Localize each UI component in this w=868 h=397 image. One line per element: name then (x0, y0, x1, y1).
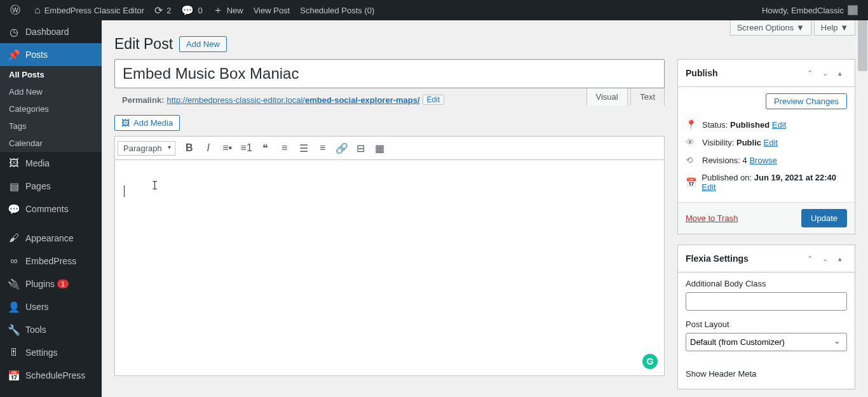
align-right-button[interactable]: ≡ (314, 139, 332, 157)
sidebar-item-schedulepress[interactable]: 📅SchedulePress (0, 364, 102, 387)
page-heading: Edit Post Add New (114, 20, 855, 59)
sidebar-item-users[interactable]: 👤Users (0, 295, 102, 318)
status-edit-link[interactable]: Edit (772, 120, 786, 130)
more-button[interactable]: ⊟ (352, 139, 370, 157)
permalink-link[interactable]: http://embedpress-classic-editor.local/e… (166, 95, 419, 105)
sidebar-item-embedpress[interactable]: ∞EmbedPress (0, 250, 102, 273)
sidebar-item-comments[interactable]: 💬Comments (0, 198, 102, 220)
sidebar-sub-tags[interactable]: Tags (0, 118, 102, 135)
post-layout-select[interactable]: Default (from Customizer) (686, 333, 847, 351)
site-link[interactable]: ⌂EmbedPress Classic Editor (29, 0, 149, 20)
admin-sidebar: ◷Dashboard 📌Posts All Posts Add New Cate… (0, 20, 102, 397)
italic-button[interactable]: I (200, 139, 217, 157)
comments-count: 0 (198, 6, 202, 15)
add-new-button[interactable]: Add New (179, 36, 227, 52)
sidebar-item-dashboard[interactable]: ◷Dashboard (0, 20, 102, 43)
revisions-icon: ⟲ (686, 155, 697, 165)
toolbar-toggle-button[interactable]: ▦ (371, 139, 389, 157)
text-tab[interactable]: Text (630, 88, 665, 105)
published-row: 📅 Published on: Jun 19, 2021 at 22:40 Ed… (686, 169, 847, 196)
scrollbar-thumb[interactable] (858, 20, 867, 71)
move-up-icon[interactable]: ⌃ (803, 252, 817, 266)
calendar-icon: 📅 (8, 369, 20, 382)
align-center-button[interactable]: ☰ (295, 139, 313, 157)
permalink-edit-button[interactable]: Edit (423, 95, 445, 105)
status-row: 📍 Status: Published Edit (686, 116, 847, 133)
sidebar-item-plugins[interactable]: 🔌Plugins1 (0, 273, 102, 295)
move-down-icon[interactable]: ⌄ (818, 252, 832, 266)
publish-title: Publish (686, 68, 718, 78)
body-class-input[interactable] (686, 292, 847, 311)
number-list-button[interactable]: ≡1 (238, 139, 255, 157)
sidebar-item-posts[interactable]: 📌Posts (0, 43, 102, 66)
howdy-link[interactable]: Howdy, EmbedClassic (757, 0, 863, 20)
sidebar-item-label: Users (25, 302, 49, 312)
add-media-button[interactable]: 🖾Add Media (114, 115, 180, 131)
pin-icon: 📌 (8, 48, 20, 61)
wordpress-icon: ⓦ (10, 4, 20, 17)
sidebar-item-pages[interactable]: ▤Pages (0, 175, 102, 198)
sidebar-item-media[interactable]: 🖾Media (0, 152, 102, 175)
scheduled-posts-link[interactable]: Scheduled Posts (0) (295, 0, 379, 20)
quote-button[interactable]: ❝ (257, 139, 275, 157)
sidebar-item-label: Dashboard (25, 27, 69, 37)
revisions-browse-link[interactable]: Browse (749, 156, 776, 165)
eye-icon: 👁 (686, 137, 697, 147)
sidebar-item-label: Settings (25, 347, 58, 358)
dashboard-icon: ◷ (8, 25, 20, 38)
move-to-trash-link[interactable]: Move to Trash (686, 213, 738, 223)
bold-button[interactable]: B (180, 139, 198, 157)
move-up-icon[interactable]: ⌃ (803, 66, 817, 80)
sidebar-item-appearance[interactable]: 🖌Appearance (0, 227, 102, 250)
scrollbar[interactable] (857, 20, 868, 397)
format-select[interactable]: Paragraph (118, 141, 175, 156)
page-icon: ▤ (8, 180, 20, 192)
home-icon: ⌂ (34, 4, 41, 16)
link-button[interactable]: 🔗 (333, 139, 351, 157)
sidebar-item-label: SchedulePress (25, 370, 85, 380)
updates-link[interactable]: ⟳2 (149, 0, 176, 20)
visibility-edit-link[interactable]: Edit (764, 138, 778, 147)
user-icon: 👤 (8, 300, 20, 313)
visual-tab[interactable]: Visual (587, 88, 628, 105)
preview-button[interactable]: Preview Changes (766, 93, 847, 109)
text-caret (124, 185, 125, 197)
update-button[interactable]: Update (801, 209, 847, 227)
sidebar-sub-all-posts[interactable]: All Posts (0, 66, 102, 83)
published-edit-link[interactable]: Edit (702, 182, 715, 192)
embedpress-icon: ∞ (8, 255, 20, 267)
wp-logo[interactable]: ⓦ (5, 0, 29, 20)
publish-metabox: Publish ⌃ ⌄ ▴ Preview Changes 📍 Status: … (677, 59, 855, 234)
sidebar-item-tools[interactable]: 🔧Tools (0, 318, 102, 341)
sidebar-item-label: Posts (25, 50, 48, 60)
editor-toolbar: Paragraph B I ≡• ≡1 ❝ ≡ ☰ ≡ 🔗 ⊟ ▦ (114, 136, 665, 160)
sidebar-sub-add-new[interactable]: Add New (0, 83, 102, 100)
comment-icon: 💬 (181, 4, 194, 17)
comments-link[interactable]: 💬0 (176, 0, 207, 20)
bullet-list-button[interactable]: ≡• (219, 139, 236, 157)
editor-tabs: Visual Text (587, 91, 665, 102)
post-title-input[interactable] (114, 59, 665, 88)
sidebar-item-label: EmbedPress (25, 256, 76, 266)
new-content[interactable]: ＋New (208, 0, 248, 20)
sidebar-sub-calendar[interactable]: Calendar (0, 135, 102, 152)
revisions-row: ⟲ Revisions: 4 Browse (686, 151, 847, 169)
media-icon: 🖾 (121, 118, 130, 128)
view-post-link[interactable]: View Post (248, 0, 295, 20)
collapse-icon[interactable]: ▴ (833, 66, 847, 80)
sidebar-item-settings[interactable]: 🎚Settings (0, 341, 102, 364)
visibility-row: 👁 Visibility: Public Edit (686, 133, 847, 151)
update-icon: ⟳ (154, 4, 163, 17)
sidebar-item-label: Tools (25, 325, 46, 335)
sidebar-sub-categories[interactable]: Categories (0, 100, 102, 118)
plugins-badge: 1 (57, 279, 69, 288)
comment-icon: 💬 (8, 203, 20, 215)
plus-icon: ＋ (213, 4, 223, 17)
post-layout-label: Post Layout (686, 320, 847, 329)
editor-body[interactable]: ꕯ G (114, 160, 665, 376)
align-left-button[interactable]: ≡ (276, 139, 294, 157)
collapse-icon[interactable]: ▴ (833, 252, 847, 266)
move-down-icon[interactable]: ⌄ (818, 66, 832, 80)
grammarly-icon[interactable]: G (642, 354, 658, 369)
calendar-icon: 📅 (686, 177, 696, 187)
